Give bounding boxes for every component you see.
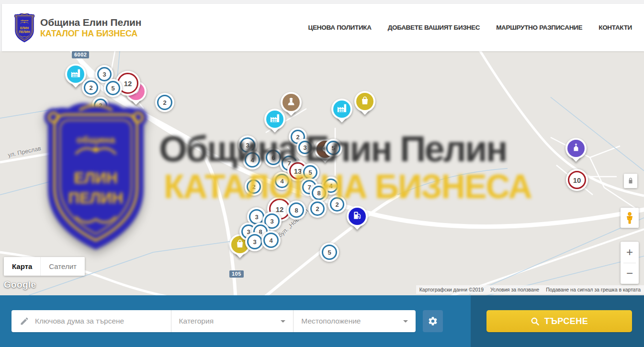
- fuel-pin[interactable]: [347, 206, 369, 234]
- cluster-marker[interactable]: 8: [287, 201, 306, 220]
- cluster-marker[interactable]: 5: [324, 139, 342, 157]
- cluster-count: 5: [326, 141, 340, 155]
- cluster-count: 5: [303, 165, 317, 179]
- factory-icon: [337, 103, 347, 115]
- location-dropdown-label: Местоположение: [301, 317, 403, 325]
- cluster-marker[interactable]: 2: [92, 97, 109, 114]
- nav-item-contacts[interactable]: КОНТАКТИ: [599, 24, 632, 31]
- street-view-pegman-button[interactable]: [621, 208, 639, 228]
- cluster-count: 2: [310, 201, 325, 216]
- lock-button[interactable]: [624, 174, 637, 188]
- cluster-marker[interactable]: 4: [273, 172, 291, 190]
- pin-body: [567, 140, 585, 157]
- header: община ЕЛИН ПЕЛИН Община Елин Пелин КАТА…: [2, 4, 644, 51]
- svg-text:ПЕЛИН: ПЕЛИН: [19, 30, 30, 34]
- bag-icon: [360, 96, 370, 107]
- factory-pin[interactable]: [331, 99, 353, 126]
- map-canvas[interactable]: 6002105ул. Преславбул. „Новосел 21232522…: [0, 51, 644, 295]
- category-dropdown[interactable]: Категория: [171, 310, 294, 332]
- search-bar: Категория Местоположение ТЪРСЕНЕ: [0, 295, 644, 347]
- keyword-field: [11, 310, 171, 332]
- pegman-icon: [625, 212, 634, 224]
- pencil-icon: [20, 316, 29, 326]
- keyword-search-input[interactable]: [35, 310, 171, 332]
- map-data-attribution: Картографски данни ©2019: [416, 285, 487, 294]
- logo-subtitle: КАТАЛОГ НА БИЗНЕСА: [40, 29, 141, 39]
- pin-body: [266, 111, 283, 128]
- cluster-count: 2: [330, 197, 344, 212]
- google-logo: Google: [4, 280, 36, 290]
- cluster-count: 2: [247, 179, 261, 194]
- map-type-satellite-button[interactable]: Сателит: [40, 257, 85, 276]
- cluster-marker[interactable]: 2: [308, 200, 327, 218]
- cluster-count: 2: [157, 95, 172, 110]
- bag-icon: [235, 239, 245, 250]
- map-type-map-button[interactable]: Карта: [4, 257, 40, 276]
- fuel-icon: [352, 211, 362, 222]
- cluster-marker[interactable]: 2: [155, 93, 174, 112]
- cluster-count: 3: [247, 234, 262, 249]
- cluster-count: 8: [312, 186, 326, 200]
- cluster-count: 5: [106, 81, 120, 95]
- search-fields: Категория Местоположение: [11, 310, 416, 332]
- church-pin[interactable]: [565, 138, 588, 166]
- cluster-marker[interactable]: 2: [245, 178, 263, 196]
- factory-icon: [270, 113, 280, 125]
- pin-body: [67, 66, 84, 83]
- cluster-marker[interactable]: 2: [82, 78, 100, 97]
- cluster-marker[interactable]: 2: [328, 195, 346, 213]
- page: община ЕЛИН ПЕЛИН Община Елин Пелин КАТА…: [0, 0, 644, 347]
- pin-body: [356, 93, 373, 110]
- pin-body: [349, 208, 366, 225]
- church-icon: [571, 143, 581, 154]
- worker-icon: [286, 96, 296, 109]
- cluster-marker[interactable]: 5: [104, 79, 122, 97]
- category-dropdown-label: Категория: [179, 317, 281, 325]
- cluster-count: 10: [568, 171, 586, 189]
- report-error-link[interactable]: Подаване на сигнал за грешка в картата: [542, 285, 644, 294]
- cluster-marker[interactable]: 10: [566, 169, 588, 191]
- gear-icon: [428, 316, 438, 326]
- cluster-marker[interactable]: 4: [261, 231, 281, 250]
- cluster-count: 2: [94, 99, 107, 112]
- cluster-marker[interactable]: 5: [320, 243, 339, 262]
- svg-text:ЕЛИН: ЕЛИН: [20, 26, 29, 30]
- chevron-down-icon: [281, 320, 285, 325]
- search-button[interactable]: ТЪРСЕНЕ: [486, 310, 632, 332]
- logo-title: Община Елин Пелин: [40, 17, 141, 28]
- map-attribution: Картографски данни ©2019 Условия за полз…: [416, 285, 644, 294]
- factory-icon: [70, 68, 81, 80]
- cluster-count: 2: [84, 80, 98, 95]
- bag-pin[interactable]: [354, 91, 376, 119]
- nav-item-pricing[interactable]: ЦЕНОВА ПОЛИТИКА: [308, 24, 372, 31]
- location-dropdown[interactable]: Местоположение: [294, 310, 416, 332]
- cluster-count: 3: [298, 141, 312, 154]
- logo-text: Община Елин Пелин КАТАЛОГ НА БИЗНЕСА: [40, 17, 141, 39]
- cluster-marker[interactable]: 4: [243, 150, 262, 169]
- factory-pin[interactable]: [264, 109, 286, 136]
- municipality-crest-icon: община ЕЛИН ПЕЛИН: [13, 12, 35, 43]
- site-logo[interactable]: община ЕЛИН ПЕЛИН Община Елин Пелин КАТА…: [13, 12, 141, 43]
- zoom-in-button[interactable]: +: [621, 242, 639, 263]
- chevron-down-icon: [403, 320, 408, 325]
- cluster-count: 8: [289, 202, 304, 218]
- svg-text:община: община: [21, 19, 29, 22]
- nav-item-route-schedule[interactable]: МАРШРУТНО РАЗПИСАНИЕ: [496, 24, 582, 31]
- cluster-count: 4: [275, 174, 289, 188]
- cluster-marker[interactable]: 3: [296, 139, 314, 156]
- terms-link[interactable]: Условия за ползване: [487, 285, 542, 294]
- zoom-out-button[interactable]: −: [621, 263, 639, 284]
- map-type-control: Карта Сателит: [4, 257, 85, 276]
- nav-item-add-business[interactable]: ДОБАВЕТЕ ВАШИЯТ БИЗНЕС: [388, 24, 480, 31]
- main-nav: ЦЕНОВА ПОЛИТИКА ДОБАВЕТЕ ВАШИЯТ БИЗНЕС М…: [308, 24, 644, 31]
- cluster-count: 6: [266, 150, 281, 165]
- pin-body: [333, 101, 350, 118]
- map-markers-layer: 212325223536471354247822128333834510: [0, 51, 644, 295]
- cluster-count: 4: [245, 152, 260, 168]
- cluster-count: 5: [322, 245, 337, 260]
- cluster-count: 4: [263, 233, 279, 248]
- search-icon: [531, 317, 540, 326]
- lock-icon: [627, 177, 634, 185]
- advanced-settings-button[interactable]: [423, 310, 443, 332]
- zoom-control: + −: [621, 242, 639, 284]
